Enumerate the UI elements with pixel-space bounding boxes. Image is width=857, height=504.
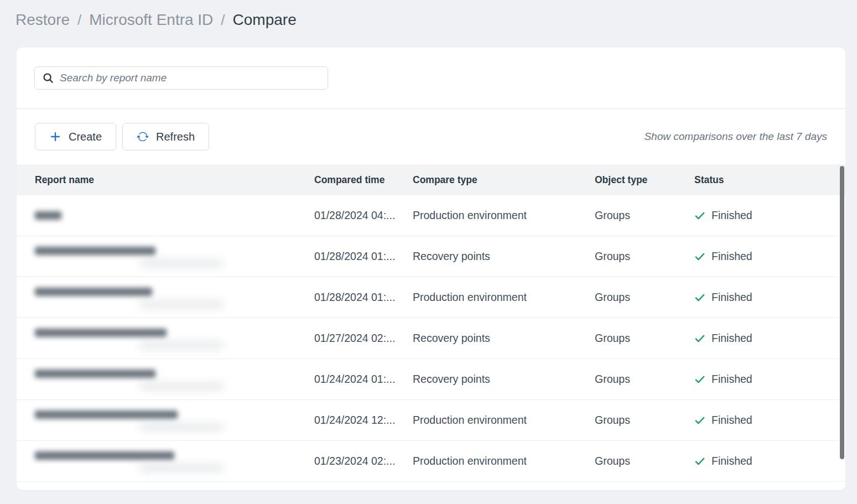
object-type-cell: Groups — [595, 373, 694, 386]
redacted-report-name-smudge — [140, 301, 223, 308]
compared-time-cell: 01/24/2024 01:... — [314, 373, 413, 386]
compare-type-cell: Production environment — [413, 209, 595, 222]
table-header-row: Report name Compared time Compare type O… — [17, 164, 845, 195]
check-icon — [694, 333, 705, 344]
redacted-report-name — [35, 288, 152, 296]
header-compare-type: Compare type — [413, 174, 595, 186]
report-name-cell — [17, 370, 314, 389]
status-cell: Finished — [694, 414, 845, 427]
report-name-cell — [17, 411, 314, 430]
table-row[interactable]: 01/27/2024 02:... Recovery points Groups… — [17, 318, 845, 359]
compared-time-cell: 01/23/2024 02:... — [314, 455, 413, 467]
check-icon — [694, 210, 705, 221]
breadcrumb-compare-current: Compare — [233, 11, 297, 29]
status-cell: Finished — [694, 291, 845, 304]
redacted-report-name-smudge — [140, 424, 223, 430]
table-row[interactable]: 01/28/2024 04:... Production environment… — [17, 195, 845, 236]
report-name-cell — [17, 247, 314, 267]
breadcrumb-entra-id[interactable]: Microsoft Entra ID — [89, 11, 213, 29]
toolbar: Create Refresh Show comparisons over the… — [17, 109, 845, 164]
redacted-report-name — [35, 451, 174, 460]
redacted-report-name — [35, 247, 155, 255]
header-status: Status — [694, 174, 845, 186]
check-icon — [694, 456, 705, 467]
header-compared-time: Compared time — [314, 174, 413, 186]
search-icon — [42, 72, 54, 84]
redacted-report-name — [35, 370, 155, 378]
redacted-report-name-smudge — [140, 383, 223, 389]
compare-type-cell: Production environment — [413, 291, 595, 304]
create-button[interactable]: Create — [35, 123, 116, 150]
breadcrumb: Restore / Microsoft Entra ID / Compare — [15, 11, 297, 29]
table-body: 01/28/2024 04:... Production environment… — [17, 195, 845, 482]
report-name-cell — [17, 451, 314, 471]
compared-time-cell: 01/28/2024 01:... — [314, 250, 413, 263]
report-name-cell — [17, 211, 314, 220]
status-label: Finished — [711, 414, 752, 427]
compare-page: { "breadcrumb": { "separator": "/", "ite… — [0, 0, 857, 504]
refresh-button[interactable]: Refresh — [122, 123, 209, 150]
status-cell: Finished — [694, 332, 845, 345]
object-type-cell: Groups — [595, 209, 694, 222]
search-box[interactable] — [34, 66, 328, 90]
search-input[interactable] — [60, 72, 320, 84]
compare-type-cell: Production environment — [413, 414, 595, 427]
compared-time-cell: 01/28/2024 01:... — [314, 291, 413, 304]
status-label: Finished — [711, 373, 752, 386]
refresh-icon — [137, 131, 149, 143]
compare-type-cell: Production environment — [413, 455, 595, 467]
redacted-report-name — [35, 411, 178, 419]
redacted-report-name-smudge — [140, 342, 223, 349]
compared-time-cell: 01/27/2024 02:... — [314, 332, 413, 345]
refresh-button-label: Refresh — [156, 131, 195, 143]
check-icon — [694, 251, 705, 262]
report-name-cell — [17, 329, 314, 349]
header-report-name: Report name — [17, 174, 314, 186]
vertical-scrollbar-thumb[interactable] — [840, 166, 844, 459]
filter-note: Show comparisons over the last 7 days — [644, 131, 827, 143]
search-section — [17, 48, 845, 109]
compared-time-cell: 01/28/2024 04:... — [314, 209, 413, 222]
compare-type-cell: Recovery points — [413, 250, 595, 263]
status-cell: Finished — [694, 455, 845, 467]
status-label: Finished — [711, 250, 752, 263]
header-object-type: Object type — [595, 174, 694, 186]
status-label: Finished — [711, 455, 752, 467]
status-label: Finished — [711, 209, 752, 222]
redacted-report-name — [35, 211, 61, 220]
create-button-label: Create — [69, 131, 102, 143]
compare-type-cell: Recovery points — [413, 373, 595, 386]
breadcrumb-restore[interactable]: Restore — [15, 11, 70, 29]
status-label: Finished — [711, 332, 752, 345]
redacted-report-name-smudge — [140, 260, 223, 267]
status-cell: Finished — [694, 209, 845, 222]
breadcrumb-separator: / — [77, 12, 81, 29]
redacted-report-name-smudge — [140, 465, 223, 471]
table-row[interactable]: 01/23/2024 02:... Production environment… — [17, 441, 845, 482]
object-type-cell: Groups — [595, 414, 694, 427]
check-icon — [694, 415, 705, 426]
table-row[interactable]: 01/24/2024 12:... Production environment… — [17, 400, 845, 441]
table-row[interactable]: 01/24/2024 01:... Recovery points Groups… — [17, 359, 845, 400]
check-icon — [694, 374, 705, 385]
object-type-cell: Groups — [595, 332, 694, 345]
status-cell: Finished — [694, 373, 845, 386]
redacted-report-name — [35, 329, 167, 337]
object-type-cell: Groups — [595, 455, 694, 467]
plus-icon — [49, 131, 61, 143]
breadcrumb-separator: / — [221, 12, 225, 29]
status-label: Finished — [711, 291, 752, 304]
object-type-cell: Groups — [595, 291, 694, 304]
compare-type-cell: Recovery points — [413, 332, 595, 345]
comparisons-table: Report name Compared time Compare type O… — [17, 164, 845, 482]
object-type-cell: Groups — [595, 250, 694, 263]
table-row[interactable]: 01/28/2024 01:... Recovery points Groups… — [17, 236, 845, 277]
compared-time-cell: 01/24/2024 12:... — [314, 414, 413, 427]
check-icon — [694, 292, 705, 303]
status-cell: Finished — [694, 250, 845, 263]
table-row[interactable]: 01/28/2024 01:... Production environment… — [17, 277, 845, 318]
report-name-cell — [17, 288, 314, 308]
compare-panel: Create Refresh Show comparisons over the… — [17, 48, 845, 490]
